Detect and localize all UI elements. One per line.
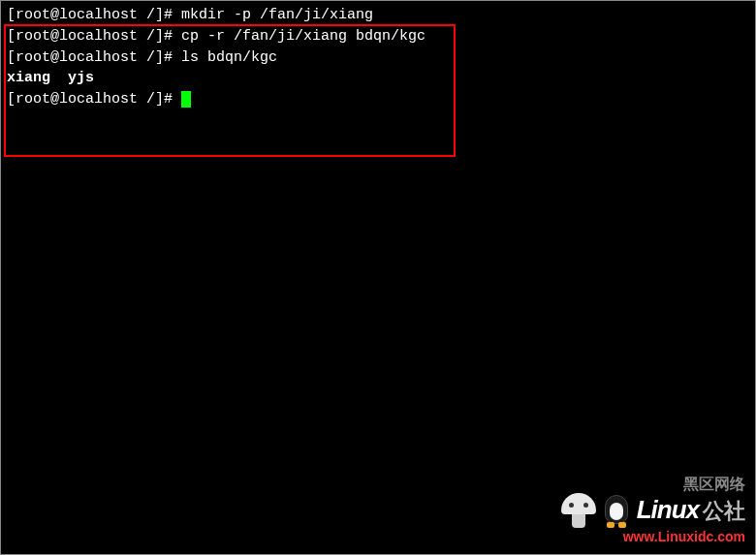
- watermark-url: www.Linuxidc.com: [561, 527, 745, 546]
- terminal-line: [root@localhost /]#: [7, 89, 749, 110]
- terminal-area[interactable]: [root@localhost /]# mkdir -p /fan/ji/xia…: [1, 1, 755, 114]
- terminal-prompt: [root@localhost /]#: [7, 28, 173, 45]
- terminal-prompt: [root@localhost /]#: [7, 49, 173, 66]
- terminal-command: [173, 91, 181, 108]
- terminal-command: mkdir -p /fan/ji/xiang: [173, 7, 373, 23]
- terminal-prompt: [root@localhost /]#: [7, 91, 173, 108]
- watermark-brand: Linux: [637, 495, 699, 524]
- terminal-line: [root@localhost /]# cp -r /fan/ji/xiang …: [7, 26, 749, 47]
- terminal-command: cp -r /fan/ji/xiang bdqn/kgc: [173, 28, 425, 45]
- terminal-prompt: [root@localhost /]#: [7, 7, 173, 23]
- terminal-line: xiang yjs: [7, 68, 749, 89]
- terminal-output: xiang yjs: [7, 70, 94, 86]
- watermark-logo-row: 黑区网络 Linux公社: [561, 492, 745, 529]
- terminal-line: [root@localhost /]# ls bdqn/kgc: [7, 47, 749, 69]
- penguin-icon: [602, 493, 631, 528]
- cursor-icon: [181, 91, 191, 108]
- watermark-suffix: 公社: [703, 499, 745, 523]
- terminal-command: ls bdqn/kgc: [173, 49, 277, 66]
- mushroom-icon: [561, 493, 596, 528]
- watermark-text-group: 黑区网络 Linux公社: [637, 492, 745, 529]
- watermark-cn-label: 黑区网络: [683, 473, 745, 495]
- terminal-line: [root@localhost /]# mkdir -p /fan/ji/xia…: [7, 5, 749, 26]
- watermark: 黑区网络 Linux公社 www.Linuxidc.com: [561, 492, 745, 546]
